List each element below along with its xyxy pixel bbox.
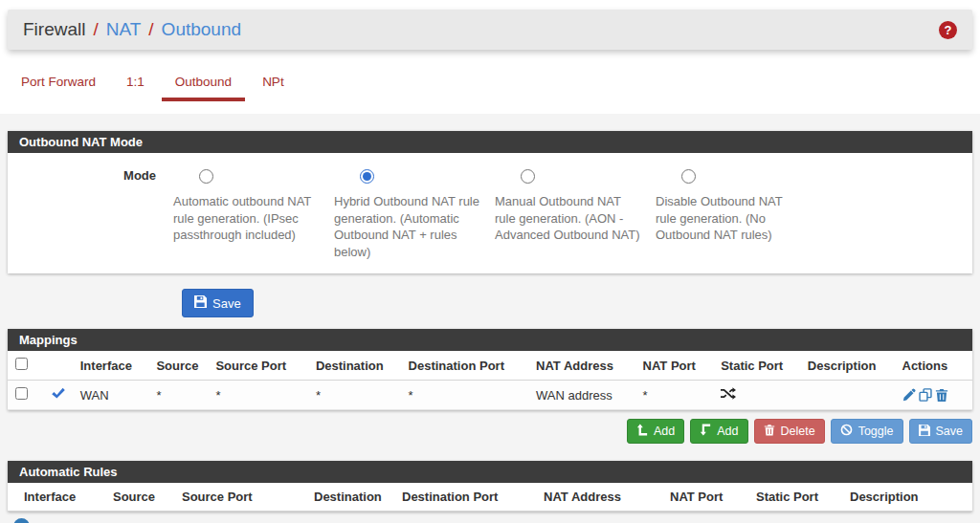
mode-radio-disable[interactable] xyxy=(681,169,696,184)
automatic-rules-panel: Automatic Rules Interface Source Source … xyxy=(8,461,972,512)
delete-button[interactable]: Delete xyxy=(754,419,825,444)
breadcrumb-separator: / xyxy=(93,19,98,40)
column-header-source: Source xyxy=(148,351,208,381)
column-header-description: Description xyxy=(842,483,972,512)
level-up-icon xyxy=(636,424,648,439)
automatic-rules-header-row: Interface Source Source Port Destination… xyxy=(8,483,972,512)
save-icon xyxy=(919,425,930,439)
cell-source-port: * xyxy=(208,381,308,410)
column-header-nat-port: NAT Port xyxy=(662,483,748,512)
page-root: Firewall / NAT / Outbound ? Port Forward… xyxy=(0,0,980,523)
tab-bar: Port Forward 1:1 Outbound NPt xyxy=(8,75,972,101)
column-header-destination: Destination xyxy=(308,351,401,381)
column-header-description: Description xyxy=(800,351,895,381)
mode-option-manual: Manual Outbound NAT rule generation. (AO… xyxy=(490,168,651,260)
mappings-actions: Add Add Delete Toggle Save xyxy=(8,419,972,461)
mode-radio-manual[interactable] xyxy=(521,169,535,184)
automatic-rules-table: Interface Source Source Port Destination… xyxy=(8,483,972,512)
table-row: WAN * * * * WAN address * xyxy=(8,381,972,410)
cell-destination: * xyxy=(308,381,401,410)
cell-interface: WAN xyxy=(73,381,149,410)
outbound-nat-mode-panel: Outbound NAT Mode Mode Automatic outboun… xyxy=(8,131,972,273)
mode-option-automatic: Automatic outbound NAT rule generation. … xyxy=(168,168,329,260)
toggle-label: Toggle xyxy=(858,425,894,438)
mode-option-label: Disable Outbound NAT rule generation. (N… xyxy=(656,193,812,244)
breadcrumb-separator: / xyxy=(148,19,153,40)
ban-icon xyxy=(840,424,853,439)
row-select-cell xyxy=(8,381,43,410)
save-button-label: Save xyxy=(212,296,241,311)
cell-nat-port: * xyxy=(635,381,714,410)
automatic-rules-title: Automatic Rules xyxy=(8,461,972,483)
add-bottom-button[interactable]: Add xyxy=(690,419,747,444)
tab-npt[interactable]: NPt xyxy=(249,75,298,101)
tab-1-1[interactable]: 1:1 xyxy=(113,75,158,101)
status-column-header xyxy=(43,351,73,381)
column-header-source-port: Source Port xyxy=(208,351,308,381)
trash-icon xyxy=(764,424,775,439)
save-icon xyxy=(194,295,207,311)
column-header-destination: Destination xyxy=(306,483,394,512)
cell-static-port xyxy=(713,381,800,410)
level-down-icon xyxy=(700,424,711,439)
toggle-button[interactable]: Toggle xyxy=(831,419,903,444)
cell-source: * xyxy=(148,381,208,410)
mode-option-label: Hybrid Outbound NAT rule generation. (Au… xyxy=(334,193,490,260)
breadcrumb-nat-link[interactable]: NAT xyxy=(106,19,142,40)
add-top-button[interactable]: Add xyxy=(627,419,684,444)
top-bar: Firewall / NAT / Outbound ? Port Forward… xyxy=(0,0,980,114)
mode-radio-automatic[interactable] xyxy=(199,169,213,184)
cell-destination-port: * xyxy=(401,381,528,410)
tab-outbound[interactable]: Outbound xyxy=(162,75,245,101)
mode-option-label: Manual Outbound NAT rule generation. (AO… xyxy=(495,193,651,244)
column-header-destination-port: Destination Port xyxy=(394,483,536,512)
save-rules-button[interactable]: Save xyxy=(909,419,973,444)
cell-actions xyxy=(895,381,973,410)
help-icon[interactable]: ? xyxy=(939,21,957,39)
trash-icon[interactable] xyxy=(935,388,948,402)
select-all-checkbox[interactable] xyxy=(15,358,28,370)
copy-icon[interactable] xyxy=(919,388,932,402)
mappings-title: Mappings xyxy=(8,329,972,351)
save-rules-label: Save xyxy=(936,425,964,438)
column-header-nat-address: NAT Address xyxy=(528,351,635,381)
column-header-static-port: Static Port xyxy=(713,351,800,381)
check-icon xyxy=(51,388,65,403)
info-icon[interactable]: i xyxy=(13,518,30,523)
mappings-header-row: Interface Source Source Port Destination… xyxy=(8,351,972,381)
mode-option-hybrid: Hybrid Outbound NAT rule generation. (Au… xyxy=(329,168,490,260)
row-status-cell xyxy=(43,381,73,410)
edit-icon[interactable] xyxy=(902,388,916,402)
save-row: Save xyxy=(8,273,972,329)
mode-options: Automatic outbound NAT rule generation. … xyxy=(168,168,812,260)
mode-option-disable: Disable Outbound NAT rule generation. (N… xyxy=(651,168,812,260)
outbound-nat-mode-title: Outbound NAT Mode xyxy=(8,131,972,153)
random-icon xyxy=(721,388,736,403)
breadcrumb-outbound-link[interactable]: Outbound xyxy=(162,19,241,40)
column-header-static-port: Static Port xyxy=(748,483,842,512)
column-header-interface: Interface xyxy=(8,483,105,512)
breadcrumb: Firewall / NAT / Outbound ? xyxy=(8,10,972,50)
mode-option-label: Automatic outbound NAT rule generation. … xyxy=(173,193,329,244)
add-top-label: Add xyxy=(654,425,675,438)
column-header-destination-port: Destination Port xyxy=(401,351,528,381)
row-checkbox[interactable] xyxy=(15,387,28,400)
mappings-table: Interface Source Source Port Destination… xyxy=(8,351,972,410)
main-content: Outbound NAT Mode Mode Automatic outboun… xyxy=(0,114,980,523)
column-header-actions: Actions xyxy=(895,351,973,381)
column-header-source-port: Source Port xyxy=(174,483,306,512)
mode-label: Mode xyxy=(8,168,168,260)
add-bottom-label: Add xyxy=(717,425,738,438)
mappings-panel: Mappings Interface Source Source Port De… xyxy=(8,329,972,410)
tab-port-forward[interactable]: Port Forward xyxy=(8,75,109,101)
column-header-nat-address: NAT Address xyxy=(536,483,662,512)
outbound-nat-mode-body: Mode Automatic outbound NAT rule generat… xyxy=(8,153,972,273)
delete-label: Delete xyxy=(781,425,815,438)
column-header-nat-port: NAT Port xyxy=(635,351,714,381)
select-all-cell xyxy=(8,351,43,381)
save-button[interactable]: Save xyxy=(182,289,254,317)
breadcrumb-firewall: Firewall xyxy=(23,19,85,40)
mode-radio-hybrid[interactable] xyxy=(360,169,374,184)
cell-nat-address: WAN address xyxy=(528,381,635,410)
column-header-interface: Interface xyxy=(73,351,149,381)
